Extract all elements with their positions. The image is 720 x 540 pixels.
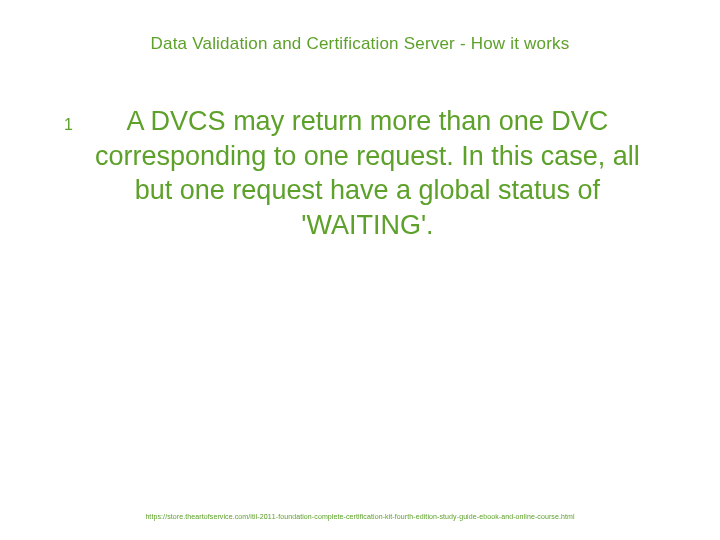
footer-url: https://store.theartofservice.com/itil-2…: [0, 513, 720, 520]
slide-title: Data Validation and Certification Server…: [0, 34, 720, 54]
slide-body: 1 A DVCS may return more than one DVC co…: [64, 104, 656, 242]
bullet-number: 1: [64, 108, 73, 142]
slide: Data Validation and Certification Server…: [0, 0, 720, 540]
bullet-item: 1 A DVCS may return more than one DVC co…: [64, 104, 656, 242]
bullet-text: A DVCS may return more than one DVC corr…: [79, 104, 656, 242]
